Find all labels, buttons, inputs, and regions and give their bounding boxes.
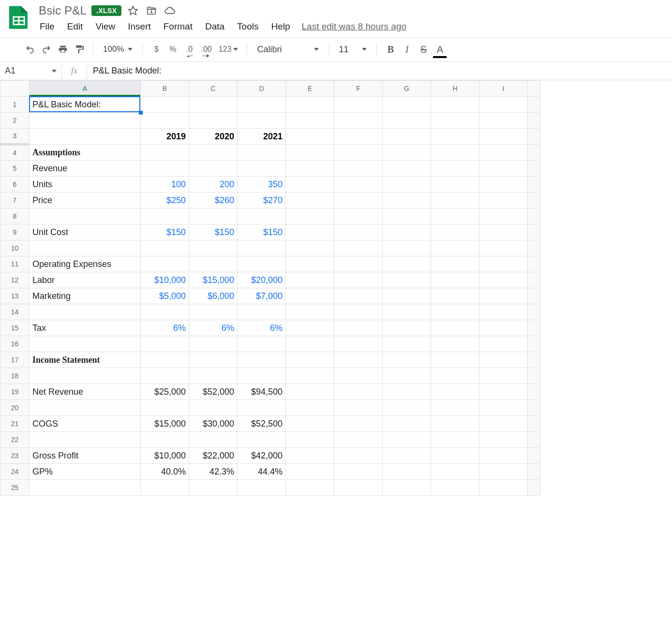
- bold-button[interactable]: B: [384, 42, 397, 57]
- cell[interactable]: $22,000: [189, 448, 238, 464]
- row-header[interactable]: 8: [0, 208, 30, 224]
- star-icon[interactable]: [126, 4, 140, 17]
- cell[interactable]: [383, 113, 431, 129]
- format-percent-button[interactable]: %: [166, 42, 179, 57]
- cell[interactable]: [238, 113, 286, 129]
- cell[interactable]: [334, 129, 383, 145]
- cell[interactable]: [286, 304, 334, 320]
- cell[interactable]: [431, 177, 479, 193]
- cell[interactable]: Gross Profit: [30, 448, 141, 464]
- cell[interactable]: [286, 272, 334, 288]
- cell[interactable]: [431, 272, 479, 288]
- cell[interactable]: [334, 161, 383, 177]
- cell[interactable]: [383, 464, 431, 480]
- cell[interactable]: 42.3%: [189, 464, 238, 480]
- font-size-select[interactable]: 11: [336, 44, 370, 55]
- cell[interactable]: [383, 480, 431, 496]
- cell[interactable]: [238, 208, 286, 224]
- row-header[interactable]: 20: [0, 400, 30, 416]
- cell[interactable]: [286, 145, 334, 161]
- cell[interactable]: [286, 288, 334, 304]
- cell[interactable]: [383, 97, 431, 113]
- cell[interactable]: 44.4%: [238, 464, 286, 480]
- cell[interactable]: [383, 384, 431, 400]
- cell[interactable]: [479, 193, 528, 208]
- cell[interactable]: [479, 304, 528, 320]
- cell[interactable]: Revenue: [30, 161, 141, 177]
- formula-input[interactable]: P&L Basic Model:: [87, 66, 167, 76]
- cell[interactable]: $20,000: [238, 272, 286, 288]
- cell[interactable]: [479, 464, 528, 480]
- cell[interactable]: $250: [141, 193, 189, 208]
- cell[interactable]: $94,500: [238, 384, 286, 400]
- cell[interactable]: [334, 384, 383, 400]
- cell[interactable]: [431, 145, 479, 161]
- cell[interactable]: [141, 256, 189, 272]
- cell[interactable]: 40.0%: [141, 464, 189, 480]
- row-header[interactable]: 16: [0, 336, 30, 352]
- cell[interactable]: [334, 208, 383, 224]
- cell[interactable]: [238, 97, 286, 113]
- cell[interactable]: [431, 208, 479, 224]
- cell[interactable]: [334, 240, 383, 256]
- col-header-E[interactable]: E: [286, 81, 334, 97]
- cell[interactable]: [189, 113, 238, 129]
- cell[interactable]: [141, 97, 189, 113]
- cell[interactable]: [334, 368, 383, 384]
- cell[interactable]: 2019: [141, 129, 189, 145]
- cell[interactable]: [189, 161, 238, 177]
- cell[interactable]: [431, 416, 479, 432]
- redo-button[interactable]: [40, 42, 53, 57]
- cell[interactable]: [141, 368, 189, 384]
- row-header[interactable]: 22: [0, 432, 30, 448]
- cell[interactable]: [383, 129, 431, 145]
- cell[interactable]: [431, 448, 479, 464]
- cell[interactable]: [141, 113, 189, 129]
- cell[interactable]: [383, 177, 431, 193]
- cell[interactable]: [189, 304, 238, 320]
- cell[interactable]: [479, 416, 528, 432]
- cell[interactable]: [479, 224, 528, 240]
- cell[interactable]: [431, 224, 479, 240]
- cell[interactable]: [30, 432, 141, 448]
- cell[interactable]: [431, 320, 479, 336]
- cell[interactable]: Price: [30, 193, 141, 208]
- cell[interactable]: [30, 240, 141, 256]
- cell[interactable]: [431, 97, 479, 113]
- cell[interactable]: $5,000: [141, 288, 189, 304]
- cell[interactable]: [334, 432, 383, 448]
- cell[interactable]: [189, 368, 238, 384]
- cell[interactable]: [334, 224, 383, 240]
- cell[interactable]: [238, 368, 286, 384]
- cell[interactable]: [141, 208, 189, 224]
- cell[interactable]: [189, 400, 238, 416]
- cell[interactable]: [334, 288, 383, 304]
- cell[interactable]: [334, 97, 383, 113]
- italic-button[interactable]: I: [400, 42, 414, 57]
- cell[interactable]: [286, 480, 334, 496]
- cell[interactable]: Units: [30, 177, 141, 193]
- cell[interactable]: [189, 480, 238, 496]
- row-header[interactable]: 15: [0, 320, 30, 336]
- cell[interactable]: [238, 161, 286, 177]
- cell[interactable]: [431, 384, 479, 400]
- cell[interactable]: [286, 113, 334, 129]
- cell[interactable]: [30, 304, 141, 320]
- row-header[interactable]: 17: [0, 352, 30, 368]
- cell[interactable]: [479, 384, 528, 400]
- cell[interactable]: [334, 272, 383, 288]
- row-header[interactable]: 14: [0, 304, 30, 320]
- cell[interactable]: [334, 336, 383, 352]
- doc-title[interactable]: Bsic P&L: [39, 4, 87, 17]
- cell[interactable]: [431, 129, 479, 145]
- cell[interactable]: [286, 464, 334, 480]
- more-formats-button[interactable]: 123: [217, 42, 240, 57]
- menu-file[interactable]: File: [39, 20, 56, 33]
- cell[interactable]: [334, 400, 383, 416]
- cell[interactable]: [479, 256, 528, 272]
- cell[interactable]: [334, 480, 383, 496]
- cell[interactable]: $260: [189, 193, 238, 208]
- cell[interactable]: [479, 400, 528, 416]
- cell[interactable]: [334, 256, 383, 272]
- col-header-D[interactable]: D: [238, 81, 286, 97]
